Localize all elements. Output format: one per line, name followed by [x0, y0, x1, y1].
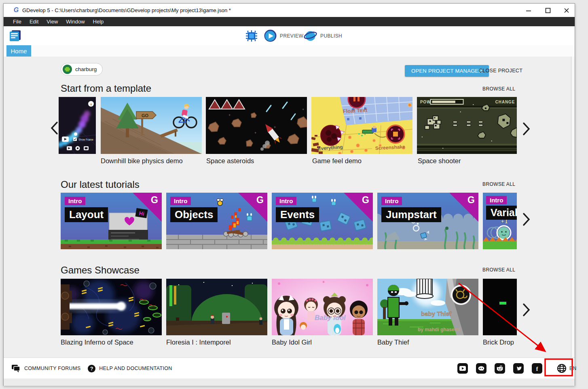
- user-chip[interactable]: charburg: [61, 63, 103, 76]
- template-card-downhill-bike[interactable]: GO: [101, 97, 202, 154]
- gdevelop-logo-icon: G: [256, 195, 264, 206]
- showcase-caption[interactable]: Brick Drop: [483, 339, 514, 346]
- template-caption[interactable]: Downhill bike physics demo: [101, 157, 183, 165]
- preview-button[interactable]: PREVIEW: [264, 26, 303, 45]
- window-bottom-strip: [4, 378, 575, 386]
- chat-icon: [11, 364, 21, 372]
- maximize-button[interactable]: [539, 4, 557, 17]
- tutorial-tag: Intro: [381, 197, 402, 205]
- showcase-card-baby-thief[interactable]: baby Thief by mahdi ghasemi: [377, 279, 478, 335]
- language-button[interactable]: EN: [557, 364, 577, 373]
- showcase-card-brick-drop[interactable]: [483, 279, 517, 335]
- user-avatar: [63, 65, 72, 74]
- vertical-scrollbar[interactable]: [571, 57, 575, 357]
- gdevelop-logo-icon: G: [362, 195, 369, 206]
- tutorial-tag: Intro: [170, 197, 191, 205]
- community-forums-label: COMMUNITY FORUMS: [24, 366, 80, 371]
- open-project-manager-button[interactable]: OPEN PROJECT MANAGER: [405, 65, 489, 77]
- tutorials-right-arrow[interactable]: [521, 212, 531, 226]
- svg-text:+: +: [228, 113, 231, 117]
- title-bar: G GDevelop 5 - C:\Users\charburg\Documen…: [4, 4, 575, 17]
- template-card-space-shooter[interactable]: POW CHANGE: [417, 97, 517, 154]
- showcase-caption[interactable]: Baby Thief: [377, 339, 409, 346]
- baby-thief-byline: by mahdi ghasemi: [418, 327, 460, 332]
- menu-edit[interactable]: Edit: [25, 17, 42, 26]
- gdevelop-logo-icon: G: [151, 195, 158, 206]
- tutorial-card-events[interactable]: Intro Events G: [272, 193, 373, 249]
- show-frame-checkbox-label: Show Frame: [78, 138, 93, 141]
- facebook-icon[interactable]: f: [532, 363, 542, 374]
- showcase-right-arrow[interactable]: [521, 303, 531, 317]
- tutorial-card-layout[interactable]: Hi Intro Layout G: [61, 193, 162, 249]
- menu-help[interactable]: Help: [89, 17, 108, 26]
- float-text-label: Float Text: [343, 107, 368, 114]
- svg-text:+: +: [274, 125, 276, 129]
- close-button[interactable]: [558, 4, 575, 17]
- section-title-templates: Start from a template: [61, 83, 151, 94]
- minimize-button[interactable]: [520, 4, 537, 17]
- menu-window[interactable]: Window: [62, 17, 89, 26]
- showcase-card-baby-idol-girl[interactable]: Baby idol: [272, 279, 373, 335]
- template-caption[interactable]: Game feel demo: [312, 157, 362, 165]
- template-caption[interactable]: Space shooter: [418, 157, 461, 165]
- globe-icon: [557, 364, 567, 373]
- discord-icon[interactable]: [476, 363, 486, 374]
- template-card-game-feel-demo[interactable]: Float Text Everything Screenshake: [311, 97, 412, 154]
- preview-play-icon: [264, 29, 277, 42]
- tutorial-tag: Intro: [65, 197, 85, 205]
- publish-label: PUBLISH: [320, 33, 342, 39]
- template-card-space-asteroids[interactable]: ++++: [206, 97, 307, 154]
- tab-bar: Home: [4, 45, 575, 57]
- info-icon: i: [91, 103, 91, 106]
- tutorial-card-objects[interactable]: Intro Objects G: [166, 193, 267, 249]
- preview-label: PREVIEW: [280, 33, 303, 39]
- toolbar: PREVIEW PUBLISH: [4, 26, 575, 45]
- close-project-button[interactable]: CLOSE PROJECT: [479, 65, 522, 77]
- twitter-icon[interactable]: [513, 363, 524, 374]
- facebook-glyph: f: [536, 366, 538, 372]
- menu-bar: File Edit View Window Help: [4, 17, 575, 26]
- baby-idol-title-text: Baby idol: [315, 314, 346, 322]
- debugger-icon: [245, 29, 258, 42]
- menu-view[interactable]: View: [42, 17, 62, 26]
- template-caption[interactable]: Space asteroids: [206, 157, 254, 165]
- publish-planet-icon: [304, 29, 317, 42]
- gdevelop-app-icon: G: [13, 6, 20, 14]
- gdevelop-logo-icon: G: [467, 195, 475, 206]
- tutorial-title: Jumpstart: [381, 207, 441, 222]
- showcase-card-floresia[interactable]: [166, 279, 267, 335]
- tutorial-tag: Intro: [486, 196, 507, 204]
- reddit-icon[interactable]: [495, 363, 505, 374]
- section-title-tutorials: Our latest tutorials: [61, 179, 140, 190]
- showcase-caption[interactable]: Baby Idol Girl: [272, 339, 312, 346]
- browse-all-templates[interactable]: BROWSE ALL: [482, 86, 515, 92]
- browse-all-showcase[interactable]: BROWSE ALL: [482, 267, 515, 273]
- showcase-card-blazing-inferno[interactable]: [61, 279, 162, 335]
- help-documentation-link[interactable]: ? HELP AND DOCUMENTATION: [88, 365, 172, 372]
- tutorial-tag: Intro: [276, 197, 296, 205]
- tab-home[interactable]: Home: [6, 45, 31, 57]
- window-title: GDevelop 5 - C:\Users\charburg\Documents…: [22, 4, 231, 17]
- publish-button[interactable]: PUBLISH: [304, 26, 342, 45]
- tutorial-title: Objects: [170, 207, 218, 222]
- debugger-button[interactable]: [245, 26, 258, 45]
- help-documentation-label: HELP AND DOCUMENTATION: [99, 366, 172, 371]
- templates-right-arrow[interactable]: [521, 122, 531, 136]
- go-sign-label: GO: [142, 113, 149, 118]
- username: charburg: [75, 66, 97, 72]
- svg-text:+: +: [302, 107, 304, 111]
- template-card-partial[interactable]: i Show Frame: [59, 97, 96, 154]
- showcase-caption[interactable]: Blazing Inferno of Space: [61, 339, 133, 346]
- menu-file[interactable]: File: [9, 17, 25, 26]
- tutorial-card-variables[interactable]: +1 Intro Variab: [483, 193, 517, 249]
- help-icon: ?: [88, 365, 95, 372]
- showcase-caption[interactable]: Floresia I : Intemporel: [166, 339, 231, 346]
- language-label: EN: [569, 366, 577, 371]
- browse-all-tutorials[interactable]: BROWSE ALL: [482, 181, 515, 187]
- baby-thief-title-text: baby Thief: [421, 310, 452, 317]
- tutorial-card-jumpstart[interactable]: Intro Jumpstart G: [377, 193, 478, 249]
- youtube-icon[interactable]: [457, 363, 468, 374]
- community-forums-link[interactable]: COMMUNITY FORUMS: [11, 364, 80, 372]
- change-hud-label: CHANGE: [495, 100, 515, 104]
- project-manager-button[interactable]: [8, 26, 22, 45]
